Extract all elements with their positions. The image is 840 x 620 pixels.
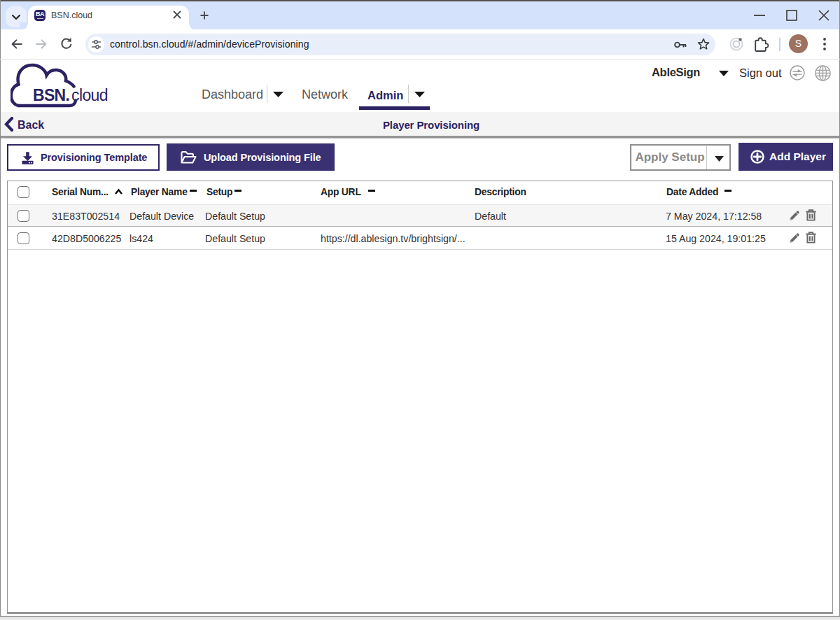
svg-text:cloud: cloud xyxy=(71,86,108,104)
svg-text:BSN.: BSN. xyxy=(33,86,69,104)
